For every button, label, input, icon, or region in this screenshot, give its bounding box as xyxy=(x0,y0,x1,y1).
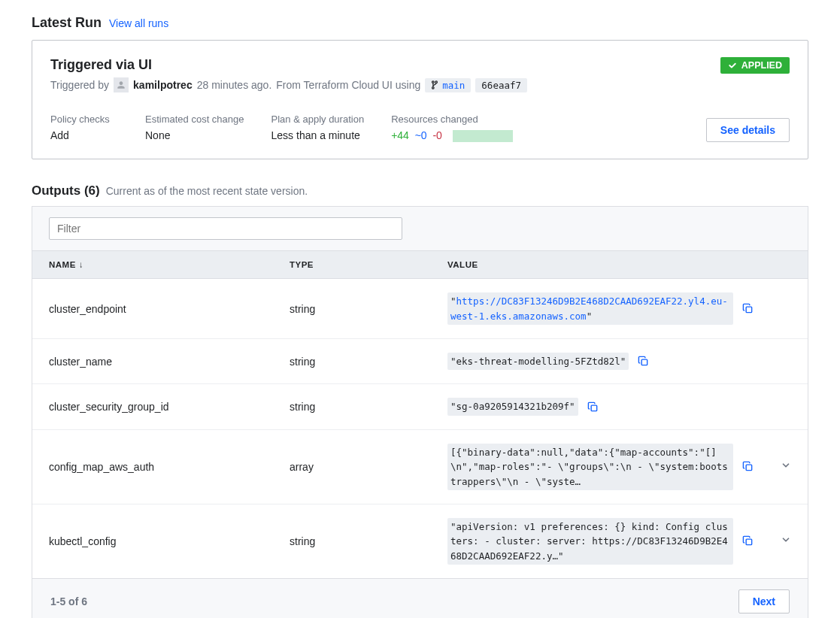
resources-bar xyxy=(453,130,513,142)
output-value: "eks-threat-modelling-5FZtd82l" xyxy=(447,353,629,370)
svg-rect-5 xyxy=(591,405,597,411)
pager-info: 1-5 of 6 xyxy=(50,595,87,607)
triggered-from: From Terraform Cloud UI using xyxy=(276,79,420,91)
output-value: "https://DC83F13246D9B2E468D2CAAD692EAF2… xyxy=(447,292,733,325)
branch-name: main xyxy=(442,80,465,91)
svg-rect-7 xyxy=(746,540,752,546)
resources-delete: -0 xyxy=(432,129,441,141)
col-name[interactable]: NAME↓ xyxy=(49,260,290,269)
resources-changed-value: +44 ~0 -0 xyxy=(391,129,513,142)
output-value-cell: "https://DC83F13246D9B2E468D2CAAD692EAF2… xyxy=(447,292,754,325)
run-trigger-line: Triggered by kamilpotrec 28 minutes ago.… xyxy=(50,77,527,92)
output-value: [{"binary-data":null,"data":{"map-accoun… xyxy=(447,444,733,490)
chevron-down-icon[interactable] xyxy=(781,460,791,471)
table-row: cluster_endpointstring"https://DC83F1324… xyxy=(32,279,808,339)
outputs-title: Outputs (6) xyxy=(32,183,100,198)
resources-change: ~0 xyxy=(415,129,427,141)
output-value: "sg-0a9205914321b209f" xyxy=(447,398,578,415)
table-row: cluster_namestring"eks-threat-modelling-… xyxy=(32,339,808,384)
output-type: string xyxy=(290,535,447,547)
svg-point-0 xyxy=(432,81,435,83)
sort-down-icon: ↓ xyxy=(79,260,83,269)
output-value-cell: "sg-0a9205914321b209f" xyxy=(447,398,754,415)
col-type[interactable]: TYPE xyxy=(290,260,447,269)
outputs-table: NAME↓ TYPE VALUE cluster_endpointstring"… xyxy=(32,206,808,618)
resources-add: +44 xyxy=(391,129,409,141)
copy-icon[interactable] xyxy=(742,303,754,314)
triggered-when: 28 minutes ago. xyxy=(197,79,272,91)
svg-point-1 xyxy=(435,81,438,83)
duration-label: Plan & apply duration xyxy=(271,114,365,125)
triggered-by-user: kamilpotrec xyxy=(133,79,193,91)
output-name: cluster_security_group_id xyxy=(49,401,290,413)
output-value-cell: "eks-threat-modelling-5FZtd82l" xyxy=(447,353,754,370)
triggered-by-label: Triggered by xyxy=(50,79,109,91)
output-value: "apiVersion: v1 preferences: {} kind: Co… xyxy=(447,518,733,565)
svg-point-2 xyxy=(432,87,435,89)
duration-value: Less than a minute xyxy=(271,129,365,141)
branch-icon xyxy=(431,80,438,89)
copy-icon[interactable] xyxy=(587,401,599,413)
output-name: cluster_endpoint xyxy=(49,303,290,315)
latest-run-title: Latest Run xyxy=(32,15,102,31)
latest-run-card: Triggered via UI Triggered by kamilpotre… xyxy=(32,40,808,159)
run-card-title: Triggered via UI xyxy=(50,57,527,73)
output-name: config_map_aws_auth xyxy=(49,461,290,473)
see-details-button[interactable]: See details xyxy=(706,118,790,142)
copy-icon[interactable] xyxy=(742,535,754,547)
output-name: kubectl_config xyxy=(49,535,290,547)
copy-icon[interactable] xyxy=(742,461,754,472)
view-all-runs-link[interactable]: View all runs xyxy=(109,17,168,29)
check-icon xyxy=(728,61,737,70)
table-row: kubectl_configstring"apiVersion: v1 pref… xyxy=(32,504,808,578)
branch-pill[interactable]: main xyxy=(425,78,471,92)
resources-changed-label: Resources changed xyxy=(391,114,513,125)
table-row: cluster_security_group_idstring"sg-0a920… xyxy=(32,384,808,429)
copy-icon[interactable] xyxy=(638,356,649,367)
svg-rect-4 xyxy=(641,359,647,365)
svg-rect-6 xyxy=(746,465,752,471)
svg-rect-3 xyxy=(746,307,752,313)
output-name: cluster_name xyxy=(49,356,290,368)
output-type: string xyxy=(290,356,447,368)
table-row: config_map_aws_autharray[{"binary-data":… xyxy=(32,430,808,504)
output-type: string xyxy=(290,303,447,315)
cost-change-label: Estimated cost change xyxy=(145,114,244,125)
status-badge: APPLIED xyxy=(720,57,790,74)
chevron-down-icon[interactable] xyxy=(781,535,791,545)
policy-checks-label: Policy checks xyxy=(50,114,118,125)
status-text: APPLIED xyxy=(741,60,782,71)
filter-input[interactable] xyxy=(49,217,402,240)
output-type: array xyxy=(290,461,447,473)
output-value-cell: [{"binary-data":null,"data":{"map-accoun… xyxy=(447,444,754,490)
col-value[interactable]: VALUE xyxy=(447,260,754,269)
cost-change-value: None xyxy=(145,129,244,141)
next-button[interactable]: Next xyxy=(738,589,790,613)
output-type: string xyxy=(290,401,447,413)
outputs-table-head: NAME↓ TYPE VALUE xyxy=(32,251,808,279)
output-value-cell: "apiVersion: v1 preferences: {} kind: Co… xyxy=(447,518,754,565)
outputs-subtitle: Current as of the most recent state vers… xyxy=(106,185,308,197)
user-avatar xyxy=(114,77,129,92)
pagination-bar: 1-5 of 6 Next xyxy=(32,578,808,618)
output-value-link[interactable]: https://DC83F13246D9B2E468D2CAAD692EAF22… xyxy=(450,295,728,321)
policy-checks-value: Add xyxy=(50,129,118,141)
commit-pill[interactable]: 66eaaf7 xyxy=(475,78,527,92)
